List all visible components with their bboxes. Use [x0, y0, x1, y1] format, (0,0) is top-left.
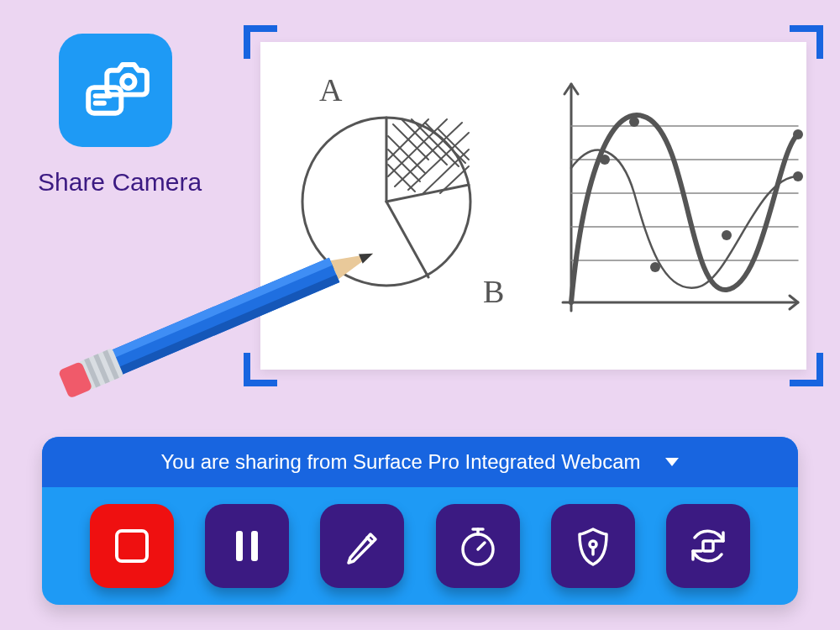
svg-line-12 [425, 123, 465, 163]
stopwatch-icon [454, 522, 501, 570]
stop-icon [108, 522, 155, 570]
camera-preview-content: A [260, 42, 806, 370]
svg-rect-46 [58, 361, 93, 399]
svg-point-3 [122, 76, 134, 88]
svg-point-31 [629, 117, 639, 127]
svg-point-34 [722, 230, 732, 240]
svg-line-19 [395, 123, 462, 186]
svg-line-8 [386, 202, 428, 277]
svg-point-35 [793, 129, 803, 139]
svg-line-7 [386, 185, 469, 202]
rotate-camera-icon [685, 522, 732, 570]
svg-text:B: B [483, 274, 504, 309]
svg-rect-45 [102, 350, 119, 380]
camera-source-dropdown[interactable]: You are sharing from Surface Pro Integra… [42, 437, 798, 487]
tool-button-row [42, 487, 798, 605]
svg-rect-42 [78, 348, 124, 390]
photo-share-icon [80, 55, 151, 126]
chevron-down-icon [665, 458, 679, 466]
svg-point-33 [650, 262, 660, 272]
pause-icon [223, 522, 270, 570]
svg-line-50 [367, 538, 372, 543]
stop-button[interactable] [90, 504, 174, 588]
switch-camera-button[interactable] [666, 504, 750, 588]
share-camera-app-icon [59, 34, 172, 147]
pause-button[interactable] [205, 504, 289, 588]
svg-line-13 [438, 129, 469, 160]
svg-rect-49 [251, 531, 258, 561]
camera-preview-frame: A [244, 25, 823, 386]
svg-line-54 [478, 543, 485, 549]
annotate-button[interactable] [320, 504, 404, 588]
feature-title: Share Camera [38, 168, 202, 197]
pencil-icon [339, 522, 386, 570]
hand-drawn-charts-icon: A [260, 42, 806, 370]
stopwatch-button[interactable] [436, 504, 520, 588]
svg-rect-48 [236, 531, 243, 561]
sharing-control-bar: You are sharing from Surface Pro Integra… [42, 437, 798, 605]
svg-rect-57 [703, 541, 713, 551]
svg-rect-47 [117, 531, 147, 561]
svg-rect-43 [84, 358, 101, 387]
svg-text:A: A [319, 72, 343, 108]
svg-point-36 [793, 171, 803, 181]
svg-point-32 [600, 155, 610, 165]
svg-rect-44 [93, 354, 110, 383]
status-text: You are sharing from Surface Pro Integra… [161, 450, 641, 474]
shield-lock-icon [570, 522, 617, 570]
svg-line-22 [440, 166, 469, 193]
privacy-button[interactable] [551, 504, 635, 588]
